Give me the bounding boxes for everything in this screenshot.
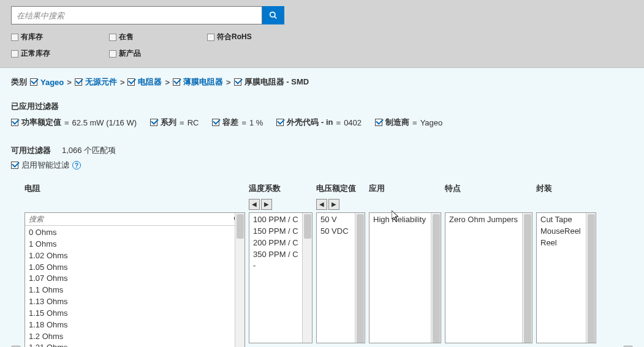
arrow-left-button[interactable]: ◀ [249, 199, 260, 210]
check-icon [11, 162, 18, 169]
filter-columns: 电阻 0 Ohms 1 Ohms 1.02 Ohms 1.05 Ohms 1.0… [25, 183, 633, 347]
applied-filter[interactable]: 容差 = 1 % [212, 117, 263, 128]
breadcrumb-item[interactable]: 电阻器 [138, 76, 162, 88]
check-on-sale[interactable]: 在售 [109, 32, 201, 42]
match-count: 1,066 个匹配项 [62, 145, 116, 156]
filter-items: 0 Ohms 1 Ohms 1.02 Ohms 1.05 Ohms 1.07 O… [25, 226, 244, 347]
breadcrumb-item[interactable]: Yageo [40, 78, 64, 87]
top-toolbar: 有库存 在售 符合RoHS 正常库存 新产品 [0, 0, 644, 68]
list-item[interactable]: 1 Ohms [29, 239, 241, 250]
list-item[interactable]: 1.1 Ohms [29, 285, 241, 296]
arrow-spacer [369, 199, 441, 210]
scroll-thumb[interactable] [524, 214, 531, 343]
scrollbar[interactable] [302, 213, 312, 343]
filter-listbox[interactable]: Cut Tape MouseReel Reel [536, 212, 596, 343]
filter-listbox[interactable]: 50 V 50 VDC [316, 212, 365, 343]
check-label: 在售 [119, 32, 134, 42]
list-item[interactable]: 1.05 Ohms [29, 262, 241, 274]
list-item[interactable]: Cut Tape [540, 214, 592, 226]
scrollbar[interactable] [522, 213, 532, 343]
scroll-thumb[interactable] [588, 214, 595, 343]
list-item[interactable]: 1.2 Ohms [29, 331, 241, 343]
svg-line-1 [275, 17, 277, 19]
filter-header: 温度系数 [249, 183, 313, 194]
list-item[interactable]: 1.02 Ohms [29, 250, 241, 262]
filter-voltage: 电压额定值 ◀ ▶ 50 V 50 VDC [316, 183, 365, 343]
applied-filter[interactable]: 制造商 = Yageo [375, 117, 442, 128]
list-item[interactable]: 100 PPM / C [253, 214, 308, 226]
filter-search-input[interactable] [28, 214, 233, 224]
list-item[interactable]: 1.13 Ohms [29, 296, 241, 308]
breadcrumb-item-current: 厚膜电阻器 - SMD [244, 76, 309, 88]
list-item[interactable]: 1.21 Ohms [29, 342, 241, 347]
list-item[interactable]: - [253, 260, 308, 272]
check-icon[interactable] [234, 78, 241, 86]
check-icon[interactable] [75, 78, 82, 86]
breadcrumb-item[interactable]: 无源元件 [85, 76, 117, 88]
scroll-thumb[interactable] [433, 214, 440, 343]
scroll-thumb[interactable] [237, 214, 244, 239]
checkbox-icon [11, 50, 18, 58]
filter-listbox[interactable]: High Reliability [369, 212, 441, 343]
arrow-right-button[interactable]: ▶ [261, 199, 272, 210]
check-icon[interactable] [127, 78, 135, 86]
filter-listbox[interactable]: 0 Ohms 1 Ohms 1.02 Ohms 1.05 Ohms 1.07 O… [25, 212, 245, 347]
breadcrumb-sep: > [120, 78, 125, 87]
check-label: 正常库存 [21, 48, 50, 59]
breadcrumb-sep: > [67, 78, 72, 87]
check-icon [150, 119, 157, 126]
main-panel: 类别 Yageo > 无源元件 > 电阻器 > 薄膜电阻器 > 厚膜电阻器 - … [0, 68, 644, 347]
arrow-left-button[interactable]: ◀ [316, 199, 327, 210]
search-icon [269, 11, 278, 20]
arrow-spacer [445, 199, 532, 210]
filter-tempco: 温度系数 ◀ ▶ 100 PPM / C 150 PPM / C 200 PPM… [249, 183, 313, 343]
list-item[interactable]: 1.18 Ohms [29, 319, 241, 331]
scrollbar[interactable] [235, 213, 244, 347]
list-item[interactable]: 200 PPM / C [253, 237, 308, 249]
list-item[interactable]: 1.15 Ohms [29, 308, 241, 319]
filter-header: 电压额定值 [316, 183, 365, 194]
arrow-right-button[interactable]: ▶ [328, 199, 339, 210]
list-item[interactable]: 1.07 Ohms [29, 273, 241, 285]
scrollbar[interactable] [431, 213, 441, 343]
breadcrumb: 类别 Yageo > 无源元件 > 电阻器 > 薄膜电阻器 > 厚膜电阻器 - … [11, 76, 633, 88]
filter-header: 电阻 [25, 183, 245, 194]
check-in-stock[interactable]: 有库存 [11, 32, 103, 42]
check-icon[interactable] [30, 78, 37, 86]
check-icon [375, 119, 382, 126]
search-button[interactable] [262, 6, 284, 24]
filter-features: 特点 Zero Ohm Jumpers [445, 183, 532, 343]
filter-items: Zero Ohm Jumpers [445, 213, 532, 227]
smart-filter-row[interactable]: 启用智能过滤 ? [11, 160, 633, 171]
list-item[interactable]: 350 PPM / C [253, 249, 308, 261]
list-item[interactable]: High Reliability [373, 214, 437, 226]
filter-resistance: 电阻 0 Ohms 1 Ohms 1.02 Ohms 1.05 Ohms 1.0… [25, 183, 245, 347]
list-item[interactable]: Zero Ohm Jumpers [449, 214, 528, 226]
filter-listbox[interactable]: 100 PPM / C 150 PPM / C 200 PPM / C 350 … [249, 212, 313, 343]
check-rohs[interactable]: 符合RoHS [207, 32, 330, 42]
breadcrumb-item[interactable]: 薄膜电阻器 [183, 76, 223, 88]
breadcrumb-sep: > [226, 78, 231, 87]
applied-filter[interactable]: 功率额定值 = 62.5 mW (1/16 W) [11, 117, 137, 128]
scrollbar[interactable] [355, 213, 365, 343]
list-item[interactable]: 0 Ohms [29, 227, 241, 239]
check-icon[interactable] [173, 78, 180, 86]
filter-listbox[interactable]: Zero Ohm Jumpers [445, 212, 532, 343]
applied-filter[interactable]: 系列 = RC [150, 117, 199, 128]
scrollbar[interactable] [586, 213, 596, 343]
list-item[interactable]: MouseReel [540, 226, 592, 237]
search-input[interactable] [11, 6, 262, 24]
scroll-thumb[interactable] [357, 214, 364, 343]
help-icon[interactable]: ? [72, 161, 81, 170]
applied-filter[interactable]: 外壳代码 - in = 0402 [276, 117, 362, 128]
checkbox-icon [109, 50, 116, 58]
list-item[interactable]: Reel [540, 237, 592, 249]
list-item[interactable]: 150 PPM / C [253, 226, 308, 237]
check-icon [11, 119, 18, 126]
smart-filter-label: 启用智能过滤 [21, 160, 69, 171]
breadcrumb-sep: > [165, 78, 170, 87]
check-new-product[interactable]: 新产品 [109, 48, 201, 59]
scroll-thumb[interactable] [304, 214, 311, 239]
check-icon [276, 119, 284, 126]
check-normal-stock[interactable]: 正常库存 [11, 48, 103, 59]
